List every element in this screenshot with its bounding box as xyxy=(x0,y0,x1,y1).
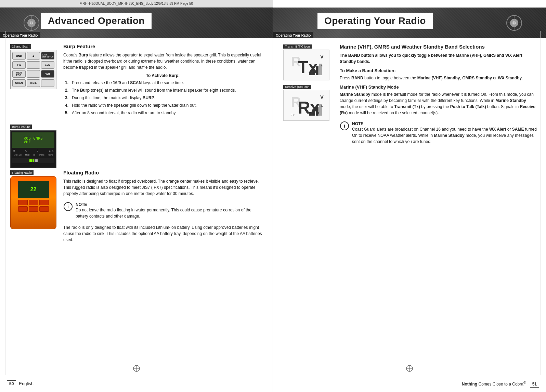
burp-step-4: 4.Hold the radio with the speaker grill … xyxy=(65,102,262,108)
f-btn-1 xyxy=(18,200,28,205)
left-footer-left: 50 English xyxy=(0,380,34,387)
rx-signal-bar-3 xyxy=(316,107,318,116)
signal-bar-1 xyxy=(309,72,312,75)
bar-g4 xyxy=(35,159,36,162)
burp-bar-display xyxy=(12,158,54,163)
make-selection-body: Press BAND button to toggle between the … xyxy=(340,75,537,81)
floating-note-icon: i xyxy=(63,202,73,211)
left-bottom-crosshair xyxy=(133,365,140,373)
device-16scan-image: BND ▲ CALLENT SETUP TW 16/9 MEMESC WX SC… xyxy=(10,50,56,89)
right-content-area: Transmit (Tx) Icon R Tx V xyxy=(273,38,546,160)
tx-label-tag: Transmit (Tx) Icon xyxy=(283,44,312,49)
right-margin-line xyxy=(541,31,541,375)
burp-bottom-row: VOX LO MED HI SAME MEM xyxy=(12,154,54,156)
burp-device-image: ROG GMRSVHF B A C ▲ △ VOX LO MED HI xyxy=(10,130,56,168)
right-note-label: NOTE xyxy=(352,121,363,126)
right-note-content: NOTE Coast Guard alerts are broadcast on… xyxy=(352,121,537,145)
burp-steps-list: 1.Press and release the 16/9 and SCAN ke… xyxy=(63,80,262,116)
burp-step-2: 2.The Burp tone(s) at maximum level will… xyxy=(65,87,262,93)
burp-ind-b: B xyxy=(13,149,15,152)
left-content-area: 16 and Scan BND ▲ CALLENT SETUP TW 16/9 … xyxy=(0,38,273,251)
burp-text-vox: VOX LO xyxy=(14,154,22,156)
f-btn-4 xyxy=(18,206,28,212)
svg-text:i: i xyxy=(67,204,69,209)
right-header-bar: Operating Your Radio Operating Your Radi… xyxy=(273,8,546,38)
right-note-icon: i xyxy=(340,121,349,131)
burp-ind-c: C xyxy=(37,149,38,152)
marine-vhf-title: Marine (VHF) Standby Mode xyxy=(340,84,537,90)
burp-step-5: 5.After an 8-second interval, the radio … xyxy=(65,110,262,116)
floating-note-text: Do not leave the radio floating in water… xyxy=(76,208,251,219)
left-header-bar: Advanced Operation Operating Your Radio xyxy=(0,8,273,38)
burp-16scan-label: 16 and Scan xyxy=(10,44,31,49)
floating-image-box: Floating Radio 22 xyxy=(10,170,58,246)
burp-ind-sym: ▲ △ xyxy=(49,149,53,152)
floating-radio-section: Floating Radio 22 Floa xyxy=(10,170,262,246)
floating-para-note: The radio is only designed to float with… xyxy=(63,224,262,243)
left-operating-label-bar: Operating Your Radio xyxy=(0,32,40,38)
burp-step-1: 1.Press and release the 16/9 and SCAN ke… xyxy=(65,80,262,86)
floating-btns xyxy=(18,200,49,212)
key-16-9: 16/9 xyxy=(41,61,54,69)
key-mem-esc: MEMESC xyxy=(12,70,26,78)
burp-ind-a: A xyxy=(25,149,27,152)
tx-image: R Tx V ▲ xyxy=(283,50,329,80)
right-footer-text: Nothing Comes Close to a Cobra® xyxy=(462,382,526,387)
left-header-compass xyxy=(22,14,41,32)
tx-arrow: ▲ xyxy=(320,63,324,67)
marine-vhf-body: Marine Standby mode is the default mode … xyxy=(340,91,537,116)
burp-subtitle: To Activate Burp: xyxy=(63,73,262,78)
left-footer: 50 English xyxy=(0,375,273,392)
burp-text: Burp Feature Cobra's Burp feature allows… xyxy=(63,43,262,118)
floating-text: Floating Radio This radio is designed to… xyxy=(63,170,262,246)
rx-display: R Rx V ▲ Tx xyxy=(289,93,324,118)
floating-radio-label: Floating Radio xyxy=(10,170,34,175)
right-page: Operating Your Radio Operating Your Radi… xyxy=(273,0,546,392)
right-note-box: i NOTE Coast Guard alerts are broadcast … xyxy=(340,119,537,146)
tx-rx-images: Transmit (Tx) Icon R Tx V xyxy=(283,43,333,150)
bar-g2 xyxy=(31,159,32,162)
floating-screen: 22 xyxy=(18,181,49,198)
tx-rx-section: Transmit (Tx) Icon R Tx V xyxy=(283,43,537,150)
burp-text-hi: HI xyxy=(33,154,35,156)
burp-screen: ROG GMRSVHF xyxy=(12,132,54,148)
left-page-number: 50 xyxy=(7,380,16,387)
rx-signal-bar-2 xyxy=(312,109,315,116)
f-btn-5 xyxy=(29,206,38,212)
floating-note-box: i NOTE Do not leave the radio floating i… xyxy=(63,200,262,221)
rx-arrow: ▲ xyxy=(320,104,324,107)
key-spacer2 xyxy=(27,70,40,78)
key-bnd: BND xyxy=(12,52,26,60)
key-scan: SCAN xyxy=(12,79,26,87)
left-language: English xyxy=(19,381,34,386)
burp-feature-label: Burp Feature xyxy=(10,125,32,129)
rx-image: R Rx V ▲ Tx xyxy=(283,90,329,121)
burp-section: 16 and Scan BND ▲ CALLENT SETUP TW 16/9 … xyxy=(10,43,262,118)
key-tw: TW xyxy=(12,61,26,69)
key-spacer xyxy=(27,61,40,69)
burp-text-med: MED xyxy=(25,154,29,156)
left-margin-line xyxy=(5,31,5,375)
signal-bar-3 xyxy=(316,66,318,75)
rx-v-letter: V xyxy=(320,94,323,100)
left-header-title-box: Advanced Operation xyxy=(41,13,152,29)
floating-note-label: NOTE xyxy=(76,202,87,207)
burp-screen-text: ROG GMRSVHF xyxy=(24,136,43,144)
burp-feature-spacer xyxy=(63,124,262,168)
right-header-compass xyxy=(505,14,524,32)
right-note-text: Coast Guard alerts are broadcast on Chan… xyxy=(352,127,537,144)
f-btn-2 xyxy=(29,200,38,205)
svg-text:i: i xyxy=(344,123,345,129)
burp-title: Burp Feature xyxy=(63,43,262,49)
tx-v-letter: V xyxy=(320,54,323,60)
left-page-title: Advanced Operation xyxy=(48,15,145,26)
right-operating-label: Operating Your Radio xyxy=(276,34,311,37)
burp-text-mem: MEM xyxy=(48,154,53,156)
key-h-m-l: H M L xyxy=(27,79,40,87)
floating-note-content: NOTE Do not leave the radio floating in … xyxy=(76,202,262,219)
f-btn-6 xyxy=(39,206,49,212)
file-header-text: MRHH450DUAL_BODY_MRHH330_ENG_Body 12/5/1… xyxy=(80,2,193,5)
rx-label-tag: Receive (Rx) Icon xyxy=(283,85,311,89)
right-main-text: Marine (VHF), GMRS and Weather Standby B… xyxy=(340,43,537,150)
bar-g3 xyxy=(33,159,34,162)
